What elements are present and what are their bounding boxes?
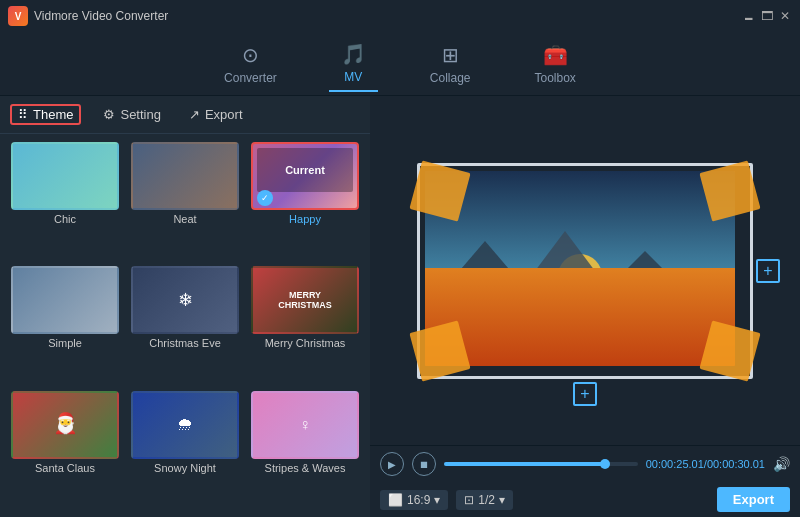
snowy-icon: 🌨: [177, 416, 193, 434]
left-panel: ⠿ Theme ⚙ Setting ↗ Export Chic: [0, 96, 370, 517]
app-title: Vidmore Video Converter: [34, 9, 168, 23]
collage-icon: ⊞: [442, 43, 459, 67]
theme-thumb-neat: [131, 142, 239, 210]
theme-grid-icon: ⠿: [18, 107, 28, 122]
fraction-value: 1/2: [478, 493, 495, 507]
theme-label-simple: Simple: [48, 337, 82, 349]
theme-item-neat[interactable]: Neat: [128, 142, 242, 260]
stripes-icon: ♀: [299, 416, 311, 434]
theme-thumb-santa-claus: 🎅: [11, 391, 119, 459]
theme-thumb-happy: Current ✓: [251, 142, 359, 210]
theme-item-stripes[interactable]: ♀ Stripes & Waves: [248, 391, 362, 509]
tab-setting-label: Setting: [120, 107, 160, 122]
theme-item-christmas-eve[interactable]: ❄ Christmas Eve: [128, 266, 242, 384]
theme-grid: Chic Neat Current ✓ Happy Simple ❄: [0, 134, 370, 517]
fraction-select[interactable]: ⊡ 1/2 ▾: [456, 490, 513, 510]
progress-thumb[interactable]: [600, 459, 610, 469]
progress-bar[interactable]: [444, 462, 638, 466]
converter-icon: ⊙: [242, 43, 259, 67]
titlebar-controls[interactable]: 🗕 🗖 ✕: [742, 9, 792, 23]
add-media-bottom[interactable]: +: [573, 382, 597, 406]
panel-tabs: ⠿ Theme ⚙ Setting ↗ Export: [0, 96, 370, 134]
playback-bar: ▶ ⏹ 00:00:25.01/00:00:30.01 🔊: [370, 445, 800, 482]
toolbox-icon: 🧰: [543, 43, 568, 67]
nav-mv-label: MV: [344, 70, 362, 84]
theme-thumb-christmas-eve: ❄: [131, 266, 239, 334]
minimize-button[interactable]: 🗕: [742, 9, 756, 23]
nav-collage[interactable]: ⊞ Collage: [418, 37, 483, 91]
time-current: 00:00:25.01: [646, 458, 704, 470]
time-total: 00:00:30.01: [707, 458, 765, 470]
tab-export[interactable]: ↗ Export: [183, 104, 249, 125]
tab-theme[interactable]: ⠿ Theme: [10, 104, 81, 125]
add-media-right[interactable]: +: [756, 259, 780, 283]
theme-item-happy[interactable]: Current ✓ Happy: [248, 142, 362, 260]
preview-svg: [425, 171, 735, 366]
preview-frame: + +: [425, 171, 745, 371]
app-icon: V: [8, 6, 28, 26]
main-layout: ⠿ Theme ⚙ Setting ↗ Export Chic: [0, 96, 800, 517]
tab-theme-label: Theme: [33, 107, 73, 122]
theme-label-stripes: Stripes & Waves: [265, 462, 346, 474]
selected-checkmark: ✓: [257, 190, 273, 206]
svg-rect-6: [425, 311, 735, 366]
fraction-icon: ⊡: [464, 493, 474, 507]
preview-image: [425, 171, 735, 366]
nav-collage-label: Collage: [430, 71, 471, 85]
controls-bar: ⬜ 16:9 ▾ ⊡ 1/2 ▾ Export: [370, 482, 800, 517]
top-navigation: ⊙ Converter 🎵 MV ⊞ Collage 🧰 Toolbox: [0, 32, 800, 96]
theme-label-happy: Happy: [289, 213, 321, 225]
theme-item-snowy-night[interactable]: 🌨 Snowy Night: [128, 391, 242, 509]
santa-icon: 🎅: [53, 410, 78, 434]
titlebar: V Vidmore Video Converter 🗕 🗖 ✕: [0, 0, 800, 32]
merry-christmas-text: MERRYCHRISTMAS: [278, 290, 332, 310]
progress-fill: [444, 462, 605, 466]
titlebar-left: V Vidmore Video Converter: [8, 6, 168, 26]
nav-converter-label: Converter: [224, 71, 277, 85]
export-button[interactable]: Export: [717, 487, 790, 512]
christmas-eve-decoration: ❄: [178, 289, 193, 311]
setting-icon: ⚙: [103, 107, 115, 122]
nav-mv[interactable]: 🎵 MV: [329, 36, 378, 92]
theme-item-simple[interactable]: Simple: [8, 266, 122, 384]
nav-converter[interactable]: ⊙ Converter: [212, 37, 289, 91]
right-panel: + + ▶ ⏹ 00:00:25.01/00:00:30.01 🔊 ⬜ 16:9…: [370, 96, 800, 517]
preview-area: + +: [370, 96, 800, 445]
export-icon: ↗: [189, 107, 200, 122]
theme-item-chic[interactable]: Chic: [8, 142, 122, 260]
stop-button[interactable]: ⏹: [412, 452, 436, 476]
theme-thumb-snowy-night: 🌨: [131, 391, 239, 459]
aspect-ratio-chevron: ▾: [434, 493, 440, 507]
theme-label-snowy-night: Snowy Night: [154, 462, 216, 474]
fraction-chevron: ▾: [499, 493, 505, 507]
close-button[interactable]: ✕: [778, 9, 792, 23]
theme-thumb-chic: [11, 142, 119, 210]
theme-label-chic: Chic: [54, 213, 76, 225]
theme-item-merry-christmas[interactable]: MERRYCHRISTMAS Merry Christmas: [248, 266, 362, 384]
theme-thumb-stripes: ♀: [251, 391, 359, 459]
tab-export-label: Export: [205, 107, 243, 122]
play-button[interactable]: ▶: [380, 452, 404, 476]
aspect-ratio-icon: ⬜: [388, 493, 403, 507]
svg-rect-1: [425, 269, 735, 366]
time-display: 00:00:25.01/00:00:30.01: [646, 458, 765, 470]
aspect-ratio-select[interactable]: ⬜ 16:9 ▾: [380, 490, 448, 510]
nav-toolbox-label: Toolbox: [535, 71, 576, 85]
theme-label-neat: Neat: [173, 213, 196, 225]
theme-label-merry-christmas: Merry Christmas: [265, 337, 346, 349]
aspect-ratio-value: 16:9: [407, 493, 430, 507]
nav-toolbox[interactable]: 🧰 Toolbox: [523, 37, 588, 91]
mv-icon: 🎵: [341, 42, 366, 66]
volume-icon[interactable]: 🔊: [773, 456, 790, 472]
theme-thumb-merry-christmas: MERRYCHRISTMAS: [251, 266, 359, 334]
theme-thumb-simple: [11, 266, 119, 334]
theme-label-christmas-eve: Christmas Eve: [149, 337, 221, 349]
current-badge: Current: [257, 148, 353, 192]
theme-label-santa-claus: Santa Claus: [35, 462, 95, 474]
maximize-button[interactable]: 🗖: [760, 9, 774, 23]
theme-item-santa-claus[interactable]: 🎅 Santa Claus: [8, 391, 122, 509]
tab-setting[interactable]: ⚙ Setting: [97, 104, 166, 125]
